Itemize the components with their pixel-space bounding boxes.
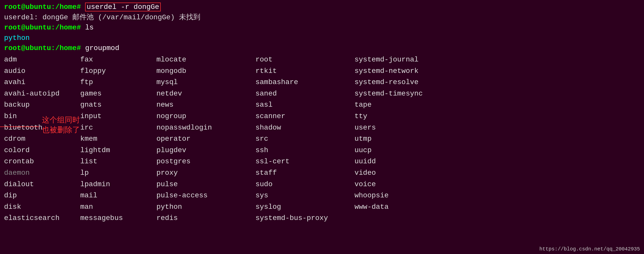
- ls-column-4: root rtkit sambashare saned sasl scanner…: [255, 54, 355, 224]
- list-item: saned: [255, 88, 355, 100]
- annotation-line: [0, 126, 39, 127]
- list-item: mlocate: [156, 54, 255, 66]
- list-item: mongodb: [156, 66, 255, 77]
- list-item: man: [80, 201, 156, 213]
- list-item: pulse: [156, 179, 255, 190]
- list-item: video: [355, 167, 469, 179]
- list-item: gnats: [80, 99, 156, 111]
- list-item: mysql: [156, 77, 255, 88]
- command-text-1: userdel -r dongGe: [81, 2, 160, 12]
- list-item: shadow: [255, 122, 355, 134]
- list-item: nopasswdlogin: [156, 122, 255, 134]
- list-item: netdev: [156, 88, 255, 100]
- list-item: backup: [4, 99, 80, 111]
- ls-column-3: mlocate mongodb mysql netdev news nogrou…: [156, 54, 255, 224]
- error-text: userdel: dongGe 邮件池 (/var/mail/dongGe) 未…: [4, 12, 200, 23]
- list-item: systemd-journal: [355, 54, 469, 66]
- ls-column-2: fax floppy ftp games gnats input irc kme…: [80, 54, 156, 224]
- list-item: daemon: [4, 167, 80, 179]
- list-item: pulse-access: [156, 190, 255, 201]
- list-item: ftp: [80, 77, 156, 88]
- list-item: src: [255, 133, 355, 145]
- list-item: elasticsearch: [4, 213, 80, 224]
- ls-python-line: python: [4, 33, 640, 43]
- list-item: plugdev: [156, 145, 255, 156]
- annotation-line1: 这个组同时: [42, 116, 80, 125]
- list-item: disk: [4, 201, 80, 213]
- list-item: sys: [255, 190, 355, 201]
- annotation-line2: 也被删除了: [42, 125, 80, 135]
- list-item: root: [255, 54, 355, 66]
- list-item: uucp: [355, 145, 469, 156]
- list-item: www-data: [355, 201, 469, 213]
- list-item: irc: [80, 122, 156, 134]
- list-item: floppy: [80, 66, 156, 77]
- list-item: python: [156, 201, 255, 213]
- prompt-2: root@ubuntu:/home#: [4, 23, 81, 33]
- list-item: proxy: [156, 167, 255, 179]
- list-item: mail: [80, 190, 156, 201]
- list-item: systemd-timesync: [355, 88, 469, 100]
- list-item: voice: [355, 179, 469, 190]
- prompt-1: root@ubuntu:/home#: [4, 2, 81, 12]
- list-item: ssl-cert: [255, 156, 355, 167]
- list-item: sudo: [255, 179, 355, 190]
- list-item: sasl: [255, 99, 355, 111]
- list-item: nogroup: [156, 111, 255, 122]
- ls-output-grid: adm audio avahi avahi-autoipd backup bin…: [4, 54, 640, 224]
- list-item: systemd-resolve: [355, 77, 469, 88]
- list-item: lightdm: [80, 145, 156, 156]
- command-line-2: root@ubuntu:/home# ls: [4, 23, 640, 33]
- terminal-window: root@ubuntu:/home# userdel -r dongGe use…: [0, 0, 644, 226]
- list-item: rtkit: [255, 66, 355, 77]
- watermark: https://blog.csdn.net/qq_20042935: [539, 246, 640, 252]
- prompt-3: root@ubuntu:/home#: [4, 43, 81, 54]
- command-text-3: groupmod: [81, 43, 119, 54]
- list-item: ssh: [255, 145, 355, 156]
- list-item: operator: [156, 133, 255, 145]
- list-item: whoopsie: [355, 190, 469, 201]
- ls-column-1: adm audio avahi avahi-autoipd backup bin…: [4, 54, 80, 224]
- list-item: avahi: [4, 77, 80, 88]
- list-item: crontab: [4, 156, 80, 167]
- list-item: kmem: [80, 133, 156, 145]
- command-text-2: ls: [81, 23, 93, 33]
- list-item: utmp: [355, 133, 469, 145]
- annotation-text: 这个组同时 也被删除了: [42, 116, 80, 135]
- list-item: uuidd: [355, 156, 469, 167]
- list-item: redis: [156, 213, 255, 224]
- list-item: audio: [4, 66, 80, 77]
- list-item: fax: [80, 54, 156, 66]
- command-line-1: root@ubuntu:/home# userdel -r dongGe: [4, 2, 640, 12]
- list-item: dialout: [4, 179, 80, 190]
- list-item: lpadmin: [80, 179, 156, 190]
- list-item: colord: [4, 145, 80, 156]
- list-item: messagebus: [80, 213, 156, 224]
- command-line-3: root@ubuntu:/home# groupmod: [4, 43, 640, 54]
- list-item: sambashare: [255, 77, 355, 88]
- list-item: scanner: [255, 111, 355, 122]
- list-item: systemd-bus-proxy: [255, 213, 355, 224]
- list-item: lp: [80, 167, 156, 179]
- list-item: users: [355, 122, 469, 134]
- list-item: staff: [255, 167, 355, 179]
- list-item: games: [80, 88, 156, 100]
- list-item: avahi-autoipd: [4, 88, 80, 100]
- list-item: dip: [4, 190, 80, 201]
- list-item: input: [80, 111, 156, 122]
- error-output-line: userdel: dongGe 邮件池 (/var/mail/dongGe) 未…: [4, 12, 640, 23]
- command-highlight-1: userdel -r dongGe: [85, 3, 161, 11]
- list-item: tape: [355, 99, 469, 111]
- list-item: postgres: [156, 156, 255, 167]
- list-item: adm: [4, 54, 80, 66]
- ls-column-5: systemd-journal systemd-network systemd-…: [355, 54, 469, 224]
- list-item: list: [80, 156, 156, 167]
- list-item: syslog: [255, 201, 355, 213]
- ls-python-text: python: [4, 33, 30, 43]
- list-item: tty: [355, 111, 469, 122]
- list-item: systemd-network: [355, 66, 469, 77]
- list-item: news: [156, 99, 255, 111]
